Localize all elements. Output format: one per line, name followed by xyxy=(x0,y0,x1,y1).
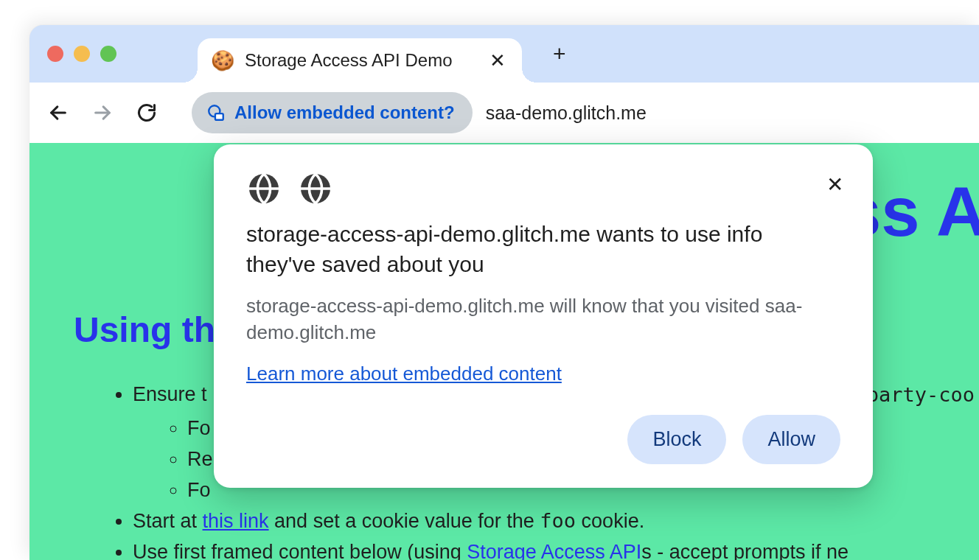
tab-title: Storage Access API Demo xyxy=(245,50,461,71)
tab-strip: 🍪 Storage Access API Demo ✕ + xyxy=(29,25,979,83)
new-tab-button[interactable]: + xyxy=(544,35,575,72)
arrow-left-icon xyxy=(48,102,69,123)
globe-icon xyxy=(298,171,333,206)
list-item: Use first framed content below (using St… xyxy=(133,537,950,560)
omnibox[interactable]: Allow embedded content? saa-demo.glitch.… xyxy=(192,90,969,136)
tab-favicon-icon: 🍪 xyxy=(211,51,234,70)
learn-more-link[interactable]: Learn more about embedded content xyxy=(246,363,562,385)
this-link[interactable]: this link xyxy=(203,510,269,532)
browser-toolbar: Allow embedded content? saa-demo.glitch.… xyxy=(29,83,979,143)
window-close-button[interactable] xyxy=(47,46,63,62)
embedded-content-icon xyxy=(206,103,226,122)
allow-button[interactable]: Allow xyxy=(742,415,840,464)
browser-tab[interactable]: 🍪 Storage Access API Demo ✕ xyxy=(198,38,522,83)
tab-close-button[interactable]: ✕ xyxy=(487,46,509,75)
window-minimize-button[interactable] xyxy=(74,46,90,62)
reload-button[interactable] xyxy=(128,94,165,131)
back-button[interactable] xyxy=(40,94,77,131)
permission-chip[interactable]: Allow embedded content? xyxy=(192,92,473,133)
arrow-right-icon xyxy=(92,102,113,123)
popover-actions: Block Allow xyxy=(246,415,840,464)
list-item: Start at this link and set a cookie valu… xyxy=(133,505,950,537)
storage-access-api-link[interactable]: Storage Access API xyxy=(467,541,641,560)
popover-icons xyxy=(246,171,840,206)
popover-close-button[interactable]: ✕ xyxy=(822,168,848,201)
window-controls xyxy=(47,46,116,62)
window-fullscreen-button[interactable] xyxy=(100,46,116,62)
permission-chip-label: Allow embedded content? xyxy=(234,102,455,123)
svg-rect-3 xyxy=(215,113,223,120)
popover-title: storage-access-api-demo.glitch.me wants … xyxy=(246,220,777,279)
url-text: saa-demo.glitch.me xyxy=(486,102,647,124)
block-button[interactable]: Block xyxy=(627,415,726,464)
forward-button[interactable] xyxy=(84,94,121,131)
permission-prompt: ✕ storage-access-api-demo.glitch.me want… xyxy=(214,144,873,488)
reload-icon xyxy=(136,102,157,123)
globe-icon xyxy=(246,171,282,206)
popover-description: storage-access-api-demo.glitch.me will k… xyxy=(246,293,814,346)
